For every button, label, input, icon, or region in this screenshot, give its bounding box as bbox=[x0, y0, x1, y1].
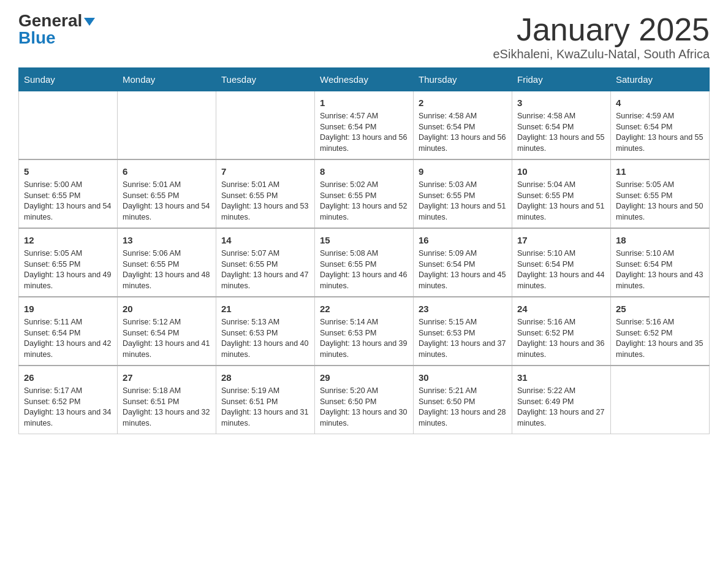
day-info: Sunrise: 5:05 AMSunset: 6:55 PMDaylight:… bbox=[24, 248, 112, 291]
weekday-header-tuesday: Tuesday bbox=[216, 68, 315, 91]
day-number: 3 bbox=[517, 96, 605, 109]
day-info: Sunrise: 5:20 AMSunset: 6:50 PMDaylight:… bbox=[320, 386, 408, 429]
day-number: 17 bbox=[517, 234, 605, 247]
month-title: January 2025 bbox=[493, 12, 710, 47]
calendar-cell: 13Sunrise: 5:06 AMSunset: 6:55 PMDayligh… bbox=[118, 228, 216, 297]
calendar-cell: 30Sunrise: 5:21 AMSunset: 6:50 PMDayligh… bbox=[414, 366, 512, 434]
day-number: 19 bbox=[24, 302, 112, 315]
calendar-cell: 17Sunrise: 5:10 AMSunset: 6:54 PMDayligh… bbox=[512, 228, 611, 297]
day-info: Sunrise: 5:22 AMSunset: 6:49 PMDaylight:… bbox=[517, 386, 605, 429]
weekday-header-sunday: Sunday bbox=[19, 68, 118, 91]
day-number: 5 bbox=[24, 165, 112, 178]
calendar-cell: 18Sunrise: 5:10 AMSunset: 6:54 PMDayligh… bbox=[611, 228, 710, 297]
calendar-cell: 3Sunrise: 4:58 AMSunset: 6:54 PMDaylight… bbox=[512, 91, 611, 160]
day-info: Sunrise: 5:13 AMSunset: 6:53 PMDaylight:… bbox=[221, 317, 309, 360]
calendar-cell bbox=[118, 91, 216, 160]
calendar-cell: 21Sunrise: 5:13 AMSunset: 6:53 PMDayligh… bbox=[216, 297, 315, 366]
calendar-cell: 31Sunrise: 5:22 AMSunset: 6:49 PMDayligh… bbox=[512, 366, 611, 434]
weekday-header-thursday: Thursday bbox=[414, 68, 512, 91]
title-section: January 2025 eSikhaleni, KwaZulu-Natal, … bbox=[493, 12, 710, 61]
calendar-cell: 27Sunrise: 5:18 AMSunset: 6:51 PMDayligh… bbox=[118, 366, 216, 434]
calendar-cell: 20Sunrise: 5:12 AMSunset: 6:54 PMDayligh… bbox=[118, 297, 216, 366]
calendar-header-row: SundayMondayTuesdayWednesdayThursdayFrid… bbox=[19, 68, 710, 91]
calendar-cell: 7Sunrise: 5:01 AMSunset: 6:55 PMDaylight… bbox=[216, 159, 315, 228]
day-info: Sunrise: 5:00 AMSunset: 6:55 PMDaylight:… bbox=[24, 180, 112, 223]
calendar-cell bbox=[19, 91, 118, 160]
calendar-cell: 24Sunrise: 5:16 AMSunset: 6:52 PMDayligh… bbox=[512, 297, 611, 366]
calendar-cell: 11Sunrise: 5:05 AMSunset: 6:55 PMDayligh… bbox=[611, 159, 710, 228]
day-info: Sunrise: 5:07 AMSunset: 6:55 PMDaylight:… bbox=[221, 248, 309, 291]
day-info: Sunrise: 5:06 AMSunset: 6:55 PMDaylight:… bbox=[123, 248, 211, 291]
day-number: 1 bbox=[320, 96, 408, 109]
day-info: Sunrise: 5:01 AMSunset: 6:55 PMDaylight:… bbox=[221, 180, 309, 223]
calendar-cell: 25Sunrise: 5:16 AMSunset: 6:52 PMDayligh… bbox=[611, 297, 710, 366]
day-info: Sunrise: 5:10 AMSunset: 6:54 PMDaylight:… bbox=[517, 248, 605, 291]
calendar-cell: 15Sunrise: 5:08 AMSunset: 6:55 PMDayligh… bbox=[315, 228, 414, 297]
calendar-cell: 29Sunrise: 5:20 AMSunset: 6:50 PMDayligh… bbox=[315, 366, 414, 434]
calendar-cell: 19Sunrise: 5:11 AMSunset: 6:54 PMDayligh… bbox=[19, 297, 118, 366]
calendar-cell: 23Sunrise: 5:15 AMSunset: 6:53 PMDayligh… bbox=[414, 297, 512, 366]
calendar-week-row: 12Sunrise: 5:05 AMSunset: 6:55 PMDayligh… bbox=[19, 228, 710, 297]
calendar-cell bbox=[611, 366, 710, 434]
day-info: Sunrise: 4:57 AMSunset: 6:54 PMDaylight:… bbox=[320, 111, 408, 154]
calendar-cell: 22Sunrise: 5:14 AMSunset: 6:53 PMDayligh… bbox=[315, 297, 414, 366]
calendar-week-row: 5Sunrise: 5:00 AMSunset: 6:55 PMDaylight… bbox=[19, 159, 710, 228]
day-number: 18 bbox=[616, 234, 704, 247]
day-number: 6 bbox=[123, 165, 211, 178]
day-info: Sunrise: 5:04 AMSunset: 6:55 PMDaylight:… bbox=[517, 180, 605, 223]
weekday-header-friday: Friday bbox=[512, 68, 611, 91]
day-number: 8 bbox=[320, 165, 408, 178]
logo: General Blue bbox=[18, 12, 95, 47]
day-number: 22 bbox=[320, 302, 408, 315]
logo-general-line: General bbox=[18, 12, 95, 29]
day-number: 2 bbox=[419, 96, 507, 109]
day-number: 7 bbox=[221, 165, 309, 178]
day-info: Sunrise: 5:21 AMSunset: 6:50 PMDaylight:… bbox=[419, 386, 507, 429]
day-info: Sunrise: 5:05 AMSunset: 6:55 PMDaylight:… bbox=[616, 180, 704, 223]
day-info: Sunrise: 5:19 AMSunset: 6:51 PMDaylight:… bbox=[221, 386, 309, 429]
day-info: Sunrise: 5:17 AMSunset: 6:52 PMDaylight:… bbox=[24, 386, 112, 429]
calendar-week-row: 19Sunrise: 5:11 AMSunset: 6:54 PMDayligh… bbox=[19, 297, 710, 366]
day-number: 16 bbox=[419, 234, 507, 247]
calendar-cell: 8Sunrise: 5:02 AMSunset: 6:55 PMDaylight… bbox=[315, 159, 414, 228]
calendar-cell: 26Sunrise: 5:17 AMSunset: 6:52 PMDayligh… bbox=[19, 366, 118, 434]
calendar-cell: 5Sunrise: 5:00 AMSunset: 6:55 PMDaylight… bbox=[19, 159, 118, 228]
calendar-cell: 2Sunrise: 4:58 AMSunset: 6:54 PMDaylight… bbox=[414, 91, 512, 160]
day-number: 29 bbox=[320, 371, 408, 384]
day-info: Sunrise: 5:11 AMSunset: 6:54 PMDaylight:… bbox=[24, 317, 112, 360]
day-info: Sunrise: 5:14 AMSunset: 6:53 PMDaylight:… bbox=[320, 317, 408, 360]
calendar-cell: 28Sunrise: 5:19 AMSunset: 6:51 PMDayligh… bbox=[216, 366, 315, 434]
day-number: 28 bbox=[221, 371, 309, 384]
weekday-header-wednesday: Wednesday bbox=[315, 68, 414, 91]
day-number: 9 bbox=[419, 165, 507, 178]
day-number: 11 bbox=[616, 165, 704, 178]
day-number: 31 bbox=[517, 371, 605, 384]
day-info: Sunrise: 5:03 AMSunset: 6:55 PMDaylight:… bbox=[419, 180, 507, 223]
day-number: 15 bbox=[320, 234, 408, 247]
calendar-cell: 10Sunrise: 5:04 AMSunset: 6:55 PMDayligh… bbox=[512, 159, 611, 228]
page-header: General Blue January 2025 eSikhaleni, Kw… bbox=[18, 12, 710, 61]
weekday-header-monday: Monday bbox=[118, 68, 216, 91]
calendar-week-row: 1Sunrise: 4:57 AMSunset: 6:54 PMDaylight… bbox=[19, 91, 710, 160]
calendar-cell: 4Sunrise: 4:59 AMSunset: 6:54 PMDaylight… bbox=[611, 91, 710, 160]
day-info: Sunrise: 5:02 AMSunset: 6:55 PMDaylight:… bbox=[320, 180, 408, 223]
day-number: 25 bbox=[616, 302, 704, 315]
calendar-cell: 16Sunrise: 5:09 AMSunset: 6:54 PMDayligh… bbox=[414, 228, 512, 297]
day-number: 24 bbox=[517, 302, 605, 315]
location-title: eSikhaleni, KwaZulu-Natal, South Africa bbox=[493, 47, 710, 61]
day-number: 23 bbox=[419, 302, 507, 315]
day-info: Sunrise: 4:59 AMSunset: 6:54 PMDaylight:… bbox=[616, 111, 704, 154]
day-number: 13 bbox=[123, 234, 211, 247]
calendar-cell: 6Sunrise: 5:01 AMSunset: 6:55 PMDaylight… bbox=[118, 159, 216, 228]
day-number: 30 bbox=[419, 371, 507, 384]
day-info: Sunrise: 5:18 AMSunset: 6:51 PMDaylight:… bbox=[123, 386, 211, 429]
day-number: 12 bbox=[24, 234, 112, 247]
day-info: Sunrise: 5:16 AMSunset: 6:52 PMDaylight:… bbox=[517, 317, 605, 360]
logo-blue-text: Blue bbox=[18, 28, 56, 47]
day-info: Sunrise: 5:16 AMSunset: 6:52 PMDaylight:… bbox=[616, 317, 704, 360]
day-number: 21 bbox=[221, 302, 309, 315]
calendar-week-row: 26Sunrise: 5:17 AMSunset: 6:52 PMDayligh… bbox=[19, 366, 710, 434]
calendar-table: SundayMondayTuesdayWednesdayThursdayFrid… bbox=[18, 67, 710, 434]
day-number: 14 bbox=[221, 234, 309, 247]
day-info: Sunrise: 5:08 AMSunset: 6:55 PMDaylight:… bbox=[320, 248, 408, 291]
